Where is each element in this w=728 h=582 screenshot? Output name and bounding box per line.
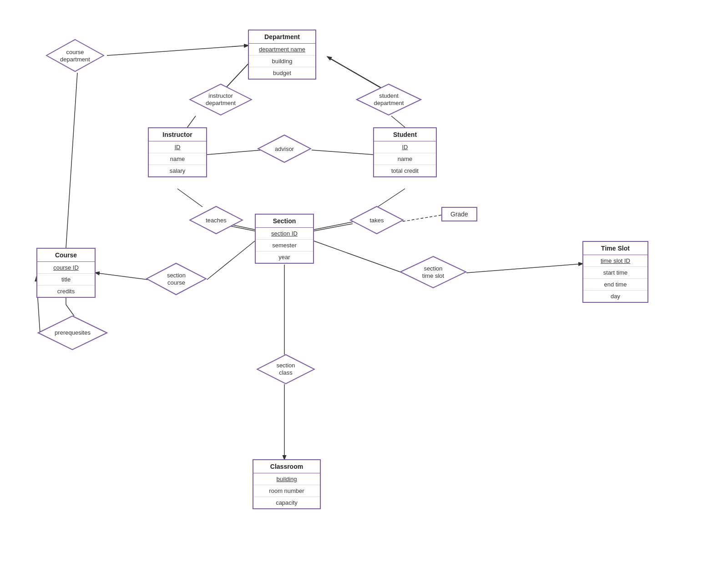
svg-line-8 xyxy=(207,150,262,155)
instr-title: Instructor xyxy=(149,128,206,141)
diamond-teaches: teaches xyxy=(189,206,243,235)
diamond-advisor-label: advisor xyxy=(275,146,294,153)
instr-attr-name: name xyxy=(149,153,206,165)
svg-line-0 xyxy=(107,45,248,55)
course-attr-credits: credits xyxy=(37,286,95,297)
diamond-course-dept: coursedepartment xyxy=(46,39,105,73)
timeslot-attr-day: day xyxy=(583,291,647,302)
classroom-attr-room: room number xyxy=(253,485,320,497)
course-title: Course xyxy=(37,249,95,262)
dept-title: Department xyxy=(249,30,315,44)
svg-line-10 xyxy=(177,189,202,207)
course-attr-title: title xyxy=(37,274,95,286)
diamond-advisor: advisor xyxy=(257,134,312,164)
entity-student: Student ID name total credit xyxy=(373,127,437,177)
svg-line-15 xyxy=(314,224,353,231)
diamond-section-timeslot: sectiontime slot xyxy=(399,256,467,289)
entity-department: Department department name building budg… xyxy=(248,30,316,80)
svg-line-1 xyxy=(66,73,77,248)
instr-attr-salary: salary xyxy=(149,165,206,176)
timeslot-attr-end: end time xyxy=(583,279,647,291)
entity-timeslot: Time Slot time slot ID start time end ti… xyxy=(582,241,648,303)
entity-classroom: Classroom building room number capacity xyxy=(253,459,321,509)
svg-line-17 xyxy=(96,273,148,280)
svg-line-7 xyxy=(391,116,405,127)
diamond-teaches-label: teaches xyxy=(206,217,227,224)
instr-attr-id: ID xyxy=(149,141,206,153)
svg-line-18 xyxy=(207,241,255,280)
timeslot-attr-start: start time xyxy=(583,267,647,279)
section-attr-year: year xyxy=(256,251,313,263)
entity-course: Course course ID title credits xyxy=(36,248,96,298)
student-attr-id: ID xyxy=(374,141,436,153)
classroom-attr-building: building xyxy=(253,473,320,485)
er-diagram: Department department name building budg… xyxy=(0,0,728,582)
dept-attr-budget: budget xyxy=(249,67,315,79)
diamond-takes: takes xyxy=(349,206,404,235)
svg-line-20 xyxy=(466,264,582,273)
diamond-prereq-label: prerequesites xyxy=(55,329,91,336)
course-attr-id: course ID xyxy=(37,262,95,274)
student-attr-credit: total credit xyxy=(374,165,436,176)
student-title: Student xyxy=(374,128,436,141)
student-attr-name: name xyxy=(374,153,436,165)
dept-attr-name: department name xyxy=(249,44,315,55)
diamond-prereq: prerequesites xyxy=(37,315,108,351)
diamond-section-timeslot-label: sectiontime slot xyxy=(422,265,444,279)
diamond-takes-label: takes xyxy=(369,217,384,224)
svg-line-16 xyxy=(403,215,441,221)
diamond-section-class: sectionclass xyxy=(256,354,315,385)
svg-line-9 xyxy=(312,150,373,155)
timeslot-title: Time Slot xyxy=(583,242,647,255)
grade-label: Grade xyxy=(450,211,468,218)
diamond-section-class-label: sectionclass xyxy=(276,362,295,376)
svg-line-13 xyxy=(378,189,405,207)
svg-line-14 xyxy=(314,222,353,230)
diamond-section-course-label: sectioncourse xyxy=(167,272,186,286)
svg-line-19 xyxy=(314,241,403,273)
diamond-section-course: sectioncourse xyxy=(146,262,207,296)
section-attr-id: section ID xyxy=(256,228,313,240)
diamond-student-dept: studentdepartment xyxy=(356,83,422,116)
classroom-title: Classroom xyxy=(253,460,320,473)
dept-attr-building: building xyxy=(249,55,315,67)
timeslot-attr-id: time slot ID xyxy=(583,255,647,267)
diamond-instr-dept: instructordepartment xyxy=(189,83,253,116)
grade-box: Grade xyxy=(441,207,477,221)
entity-section: Section section ID semester year xyxy=(255,214,314,264)
entity-instructor: Instructor ID name salary xyxy=(148,127,207,177)
classroom-attr-capacity: capacity xyxy=(253,497,320,508)
svg-line-23 xyxy=(66,305,74,316)
section-title: Section xyxy=(256,215,313,228)
diamond-instr-dept-label: instructordepartment xyxy=(206,92,236,106)
diamond-course-dept-label: coursedepartment xyxy=(60,49,90,63)
diamond-student-dept-label: studentdepartment xyxy=(374,92,404,106)
section-attr-semester: semester xyxy=(256,240,313,251)
